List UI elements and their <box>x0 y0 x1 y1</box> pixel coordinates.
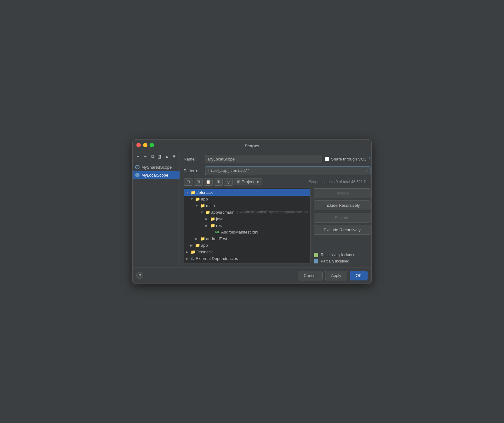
main-content: Name: Share through VCS ? Pattern: ⤢ ⊟ <box>180 151 372 267</box>
tree-node-app-1[interactable]: ▼ 📁 app <box>184 196 310 202</box>
cancel-button[interactable]: Cancel <box>298 271 322 280</box>
legend-item-recursive: Recursively included <box>314 253 370 257</box>
tree-toolbar: ⊟ ⊞ 📋 ⊞ ▽ ⊞ Project ▼ Scope contains 0 o… <box>184 178 370 186</box>
window-controls <box>136 143 154 147</box>
tree-node-androidmanifest[interactable]: MF AndroidManifest.xml <box>184 229 310 235</box>
tree-node-app-2[interactable]: ▶ 📁 app <box>184 242 310 249</box>
sidebar-item-label: MyLocalScope <box>141 173 168 178</box>
group-button[interactable]: ⊞ <box>214 178 223 186</box>
tree-node-res[interactable]: ▶ 📁 res <box>184 222 310 229</box>
tree-node-java[interactable]: ▶ 📁 java <box>184 216 310 222</box>
chevron-icon: ▼ <box>195 204 199 207</box>
collapse-all-button[interactable]: ⊟ <box>184 178 192 186</box>
title-bar: Scopes <box>133 140 371 151</box>
remove-scope-button[interactable]: − <box>142 153 148 160</box>
sidebar-item-mysharedscope[interactable]: ⊙ MySharedScope <box>133 163 180 171</box>
manifest-icon: MF <box>215 230 220 234</box>
close-button[interactable] <box>136 143 141 147</box>
tree-and-actions: ▼ 📁 Jetsnack ▼ 📁 app ▼ 📁 main <box>184 188 370 263</box>
pattern-input[interactable] <box>205 166 370 175</box>
share-vcs-label: Share through VCS <box>331 157 367 161</box>
node-label: app <box>201 243 208 248</box>
node-label: main <box>206 203 215 208</box>
folder-icon: 📁 <box>195 197 200 201</box>
folder-icon: 📁 <box>210 223 215 228</box>
chevron-icon: ▶ <box>195 237 199 240</box>
tree-node-main-1[interactable]: ▼ 📁 main <box>184 202 310 209</box>
project-dropdown-label: Project <box>242 179 254 184</box>
folder-icon: 📁 <box>195 243 200 248</box>
filter-button[interactable]: ▽ <box>224 178 233 186</box>
minimize-button[interactable] <box>143 143 147 147</box>
chevron-down-icon: ▼ <box>255 179 260 184</box>
name-input[interactable] <box>205 155 322 163</box>
folder-icon: 📁 <box>200 236 205 241</box>
include-recursively-button[interactable]: Include Recursively <box>314 200 370 210</box>
move-down-button[interactable]: ▼ <box>171 153 177 160</box>
apply-button[interactable]: Apply <box>325 271 347 280</box>
tree-node-androidtest[interactable]: ▶ 📁 androidTest <box>184 235 310 242</box>
shared-scope-icon: ⊙ <box>135 165 140 169</box>
folder-icon: 📁 <box>205 210 210 215</box>
footer-left: ? <box>136 272 143 279</box>
local-scope-icon <box>135 173 140 177</box>
copy-scope-button[interactable]: ⧉ <box>150 153 156 160</box>
legend-color-partial <box>314 259 318 263</box>
include-button[interactable]: Include <box>314 188 370 198</box>
chevron-icon: ▼ <box>186 191 190 194</box>
tree-node-jetsnack-root[interactable]: ▼ 📁 Jetsnack <box>184 189 310 196</box>
folder-icon: 📁 <box>210 217 215 221</box>
file-tree: ▼ 📁 Jetsnack ▼ 📁 app ▼ 📁 main <box>184 188 311 263</box>
project-dropdown-icon: ⊞ <box>237 179 240 184</box>
help-button[interactable]: ? <box>136 272 143 279</box>
folder-deps-icon: 🗂 <box>191 256 195 261</box>
share-vcs-help-icon[interactable]: ? <box>369 157 371 161</box>
flatten-button[interactable]: 📋 <box>204 178 213 186</box>
tree-node-app-src-main[interactable]: ▼ 📁 app/src/main (~/AndroidStudioProject… <box>184 209 310 216</box>
tree-node-external-deps[interactable]: ▶ 🗂 External Dependencies <box>184 255 310 262</box>
pattern-row: Pattern: ⤢ <box>184 166 370 175</box>
maximize-button[interactable] <box>150 143 154 147</box>
legend-label-partial: Partially included <box>321 259 349 263</box>
share-vcs-checkbox[interactable] <box>325 157 329 161</box>
legend-item-partial: Partially included <box>314 259 370 263</box>
node-label: java <box>216 217 224 221</box>
name-label: Name: <box>184 157 203 161</box>
share-vcs-row: Share through VCS ? <box>325 157 370 161</box>
move-up-button[interactable]: ▲ <box>164 153 170 160</box>
pattern-expand-button[interactable]: ⤢ <box>365 168 369 173</box>
node-label: app <box>201 197 208 201</box>
chevron-icon: ▼ <box>200 211 204 214</box>
scope-list: ⊙ MySharedScope MyLocalScope <box>133 162 180 267</box>
chevron-icon: ▶ <box>205 217 209 221</box>
chevron-icon: ▶ <box>205 224 209 227</box>
project-dropdown[interactable]: ⊞ Project ▼ <box>234 178 262 185</box>
node-label: AndroidManifest.xml <box>221 230 258 234</box>
save-scope-button[interactable]: ◨ <box>157 153 163 160</box>
node-label: Jetsnack <box>197 190 213 195</box>
tree-node-jetsnack-2[interactable]: ▶ 📁 Jetsnack <box>184 249 310 255</box>
pattern-label: Pattern: <box>184 168 203 173</box>
folder-icon: 📁 <box>200 203 205 208</box>
ok-button[interactable]: OK <box>350 271 368 280</box>
node-label: Jetsnack <box>197 250 213 254</box>
node-label: app/src/main <box>211 210 234 215</box>
legend: Recursively included Partially included <box>314 253 370 263</box>
add-scope-button[interactable]: + <box>135 153 141 160</box>
expand-all-button[interactable]: ⊞ <box>194 178 203 186</box>
dialog-title: Scopes <box>245 144 259 148</box>
node-label: External Dependencies <box>196 256 238 261</box>
legend-label-recursive: Recursively included <box>321 253 355 257</box>
legend-color-recursive <box>314 253 318 257</box>
exclude-button[interactable]: Exclude <box>314 213 370 223</box>
dialog-footer: ? Cancel Apply OK <box>133 267 371 284</box>
scope-info: Scope contains 0 of total 46,521 files <box>309 180 370 184</box>
node-label: androidTest <box>206 236 227 241</box>
folder-icon: 📁 <box>191 250 196 254</box>
name-row: Name: Share through VCS ? <box>184 155 370 163</box>
exclude-recursively-button[interactable]: Exclude Recursively <box>314 225 370 235</box>
footer-right: Cancel Apply OK <box>298 271 368 280</box>
sidebar-item-mylocalscope[interactable]: MyLocalScope <box>133 171 180 179</box>
node-subtext: (~/AndroidStudioProjects/compose-sample <box>237 210 308 214</box>
chevron-icon: ▶ <box>190 244 194 247</box>
